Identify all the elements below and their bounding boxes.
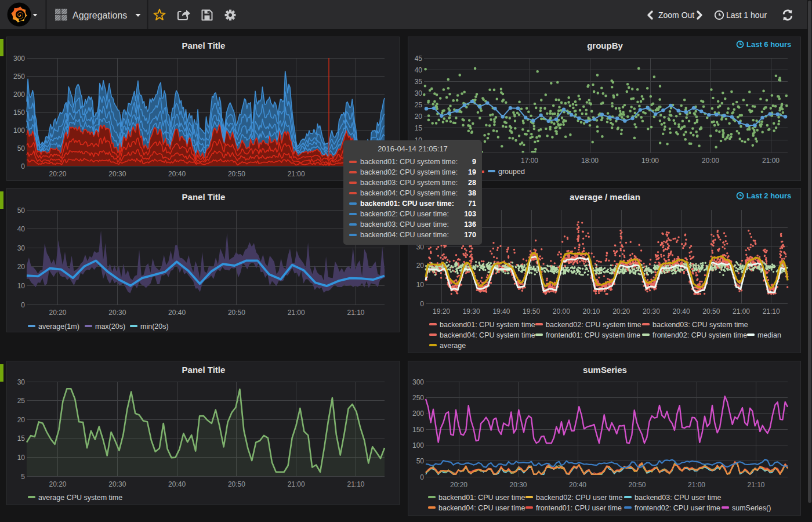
svg-text:300: 300 [412,378,424,386]
svg-text:40: 40 [415,66,423,74]
svg-text:21:00: 21:00 [288,480,305,488]
svg-text:20:50: 20:50 [228,309,245,317]
svg-text:250: 250 [412,394,424,402]
svg-text:17:00: 17:00 [521,157,538,165]
svg-text:Last 2 hours: Last 2 hours [746,191,791,200]
svg-text:20:30: 20:30 [643,307,660,316]
svg-text:min(20s): min(20s) [140,322,169,331]
svg-text:0: 0 [21,301,25,309]
svg-text:Panel Title: Panel Title [182,365,226,375]
svg-text:21:00: 21:00 [762,157,780,165]
svg-text:20:40: 20:40 [168,480,186,488]
svg-text:30: 30 [17,378,26,386]
svg-text:average(1m): average(1m) [38,322,79,331]
svg-text:50: 50 [416,457,425,465]
svg-text:50: 50 [17,144,26,153]
svg-text:35: 35 [415,78,423,86]
svg-text:frontend01: CPU system time: frontend01: CPU system time [546,331,640,339]
svg-text:25: 25 [17,397,26,405]
svg-text:backend04: CPU user time: backend04: CPU user time [438,504,525,512]
svg-text:backend04: CPU system time: backend04: CPU system time [440,331,535,339]
svg-text:21:10: 21:10 [747,481,764,489]
svg-text:21:10: 21:10 [763,307,780,316]
svg-text:backend02: CPU system time: backend02: CPU system time [546,321,641,329]
svg-text:0: 0 [21,162,25,171]
svg-text:20:40: 20:40 [569,481,586,489]
svg-text:average: average [440,342,466,350]
svg-text:200: 200 [412,409,424,418]
svg-text:15: 15 [17,434,26,443]
svg-text:10: 10 [17,282,26,290]
svg-text:Last 6 hours: Last 6 hours [746,40,791,49]
svg-text:200: 200 [13,90,25,99]
svg-text:average / median: average / median [570,192,640,202]
svg-text:21:10: 21:10 [347,309,364,317]
svg-text:20: 20 [415,113,423,121]
svg-text:21:00: 21:00 [288,309,305,317]
svg-text:backend02: CPU user time: backend02: CPU user time [536,494,622,502]
svg-text:0: 0 [420,300,424,308]
svg-text:20:30: 20:30 [108,309,126,317]
svg-text:30: 30 [415,89,423,97]
svg-text:Panel Title: Panel Title [182,41,226,50]
svg-text:150: 150 [412,426,424,434]
svg-text:0: 0 [420,473,424,481]
svg-text:20: 20 [416,262,425,270]
svg-text:250: 250 [13,72,25,81]
svg-text:300: 300 [13,55,25,63]
svg-text:Aggregations: Aggregations [72,10,127,20]
svg-text:20:50: 20:50 [228,170,245,178]
svg-text:20:20: 20:20 [49,480,66,488]
svg-text:20:50: 20:50 [228,480,245,488]
svg-text:20:10: 20:10 [582,307,600,316]
svg-text:5: 5 [21,473,25,481]
svg-text:19:50: 19:50 [523,307,540,316]
svg-text:19:40: 19:40 [492,307,510,316]
svg-text:15: 15 [415,124,423,132]
svg-text:10: 10 [17,454,26,462]
svg-text:20:50: 20:50 [628,481,646,489]
svg-text:20:40: 20:40 [673,307,690,316]
svg-text:groupBy: groupBy [587,41,623,50]
svg-text:sumSeries(): sumSeries() [732,504,771,512]
svg-text:20:40: 20:40 [168,309,186,317]
svg-text:20: 20 [17,416,26,424]
svg-text:sumSeries: sumSeries [583,365,627,375]
svg-text:20:30: 20:30 [108,170,126,178]
svg-text:average CPU system time: average CPU system time [38,494,122,502]
svg-text:backend01: CPU system time: backend01: CPU system time [440,321,535,329]
svg-text:19:20: 19:20 [433,307,450,316]
svg-text:19:00: 19:00 [641,157,659,165]
svg-text:40: 40 [17,225,26,233]
svg-text:150: 150 [13,108,25,117]
svg-text:20:00: 20:00 [702,157,719,165]
svg-text:30: 30 [17,244,26,252]
svg-text:20:30: 20:30 [108,480,126,488]
svg-text:10: 10 [416,281,425,289]
svg-text:25: 25 [415,101,423,109]
svg-text:frontend02: CPU user time: frontend02: CPU user time [635,504,720,512]
svg-text:median: median [757,331,781,339]
svg-text:21:00: 21:00 [688,481,705,489]
svg-text:backend03: CPU user time: backend03: CPU user time [635,494,721,502]
svg-text:21:10: 21:10 [347,480,364,488]
svg-text:18:00: 18:00 [581,157,599,165]
svg-text:Last 1 hour: Last 1 hour [726,10,767,20]
svg-text:frontend02: CPU system time: frontend02: CPU system time [652,331,747,339]
svg-text:20:20: 20:20 [49,170,66,178]
svg-text:45: 45 [415,55,423,63]
svg-text:backend03: CPU system time: backend03: CPU system time [652,321,748,329]
svg-text:20: 20 [17,263,26,271]
svg-text:20:20: 20:20 [612,307,630,316]
svg-text:20:30: 20:30 [509,481,527,489]
svg-text:20:50: 20:50 [702,307,720,316]
svg-text:Panel Title: Panel Title [182,192,226,202]
svg-text:50: 50 [17,206,26,215]
svg-text:frontend01: CPU user time: frontend01: CPU user time [536,504,622,512]
svg-text:100: 100 [412,441,424,449]
svg-text:19:30: 19:30 [463,307,480,316]
svg-text:21:00: 21:00 [288,170,305,178]
svg-text:100: 100 [13,126,25,135]
svg-text:20:40: 20:40 [168,170,186,178]
svg-text:20:20: 20:20 [49,309,66,317]
